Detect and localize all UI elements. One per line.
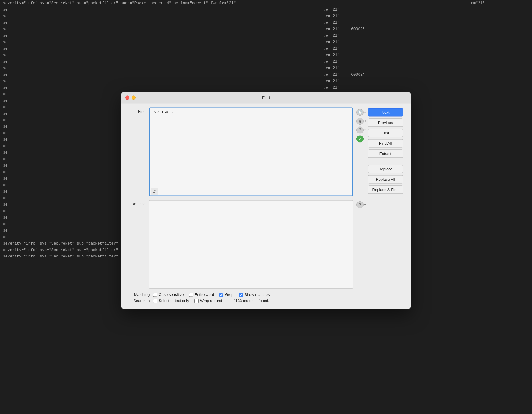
status-text: 4133 matches found. [233,299,269,303]
replace-button[interactable]: Replace [368,165,403,173]
minimize-button[interactable] [132,95,136,100]
replace-field-row: Replace: ? [126,200,365,289]
entire-word-checkbox-item[interactable]: Entire word [189,292,214,297]
replace-icon-area: ? [355,200,365,208]
grep-label: Grep [225,292,233,297]
replace-label: Replace: [126,200,147,206]
entire-word-label: Entire word [195,292,214,297]
replace-options-icon[interactable]: ? [356,201,364,208]
find-all-button[interactable]: Find All [368,139,403,147]
show-matches-checkbox[interactable] [239,293,243,297]
find-history-icon[interactable]: 🕐 [356,109,364,116]
replace-input[interactable] [149,200,353,289]
case-sensitive-checkbox[interactable] [153,293,157,297]
find-input[interactable]: 192.168.5 [149,107,353,196]
selected-text-only-checkbox-item[interactable]: Selected text only [153,299,189,303]
search-in-label: Search in: [126,299,151,303]
first-button[interactable]: First [368,129,403,137]
grep-checkbox[interactable] [219,293,223,297]
find-options-icon[interactable]: ? [356,126,364,133]
next-button[interactable]: Next [368,108,403,116]
grep-checkbox-item[interactable]: Grep [219,292,233,297]
previous-button[interactable]: Previous [368,118,403,127]
show-matches-label: Show matches [244,292,270,297]
wrap-around-checkbox[interactable] [194,299,199,303]
replace-and-find-button[interactable]: Replace & Find [368,185,403,194]
entire-word-checkbox[interactable] [189,293,193,297]
find-icons: 🕐 g ? ✓ [355,107,365,142]
matching-label: Matching: [126,292,151,297]
selected-text-only-label: Selected text only [159,299,189,303]
dialog-body: Find: 192.168.5 ⇵ 🕐 g ? ✓ Replace: [121,103,411,289]
replace-input-wrapper [149,200,353,289]
case-sensitive-checkbox-item[interactable]: Case sensitive [153,292,184,297]
traffic-lights [125,95,136,100]
matching-options-line: Matching: Case sensitive Entire word Gre… [126,292,406,297]
options-area: Matching: Case sensitive Entire word Gre… [121,289,411,303]
selected-text-only-checkbox[interactable] [153,299,157,303]
find-dialog: Find Find: 192.168.5 ⇵ 🕐 g ? ✓ [121,92,411,309]
find-status-icon: ✓ [356,135,364,142]
find-input-wrapper: 192.168.5 ⇵ [149,107,353,197]
find-label: Find: [126,107,147,114]
dialog-title: Find [262,95,270,100]
close-button[interactable] [125,95,129,100]
show-matches-checkbox-item[interactable]: Show matches [239,292,270,297]
find-field-row: Find: 192.168.5 ⇵ 🕐 g ? ✓ [126,107,365,197]
wrap-around-checkbox-item[interactable]: Wrap around [194,299,222,303]
find-regex-icon[interactable]: g [356,118,364,125]
search-in-options-line: Search in: Selected text only Wrap aroun… [126,299,406,303]
form-area: Find: 192.168.5 ⇵ 🕐 g ? ✓ Replace: [126,107,365,289]
dialog-titlebar: Find [121,92,411,103]
wrap-around-label: Wrap around [200,299,222,303]
swap-icon-button[interactable]: ⇵ [151,188,158,195]
case-sensitive-label: Case sensitive [159,292,184,297]
replace-all-button[interactable]: Replace All [368,175,403,183]
extract-button[interactable]: Extract [368,149,403,158]
buttons-area: Next Previous First Find All Extract Rep… [368,107,406,289]
